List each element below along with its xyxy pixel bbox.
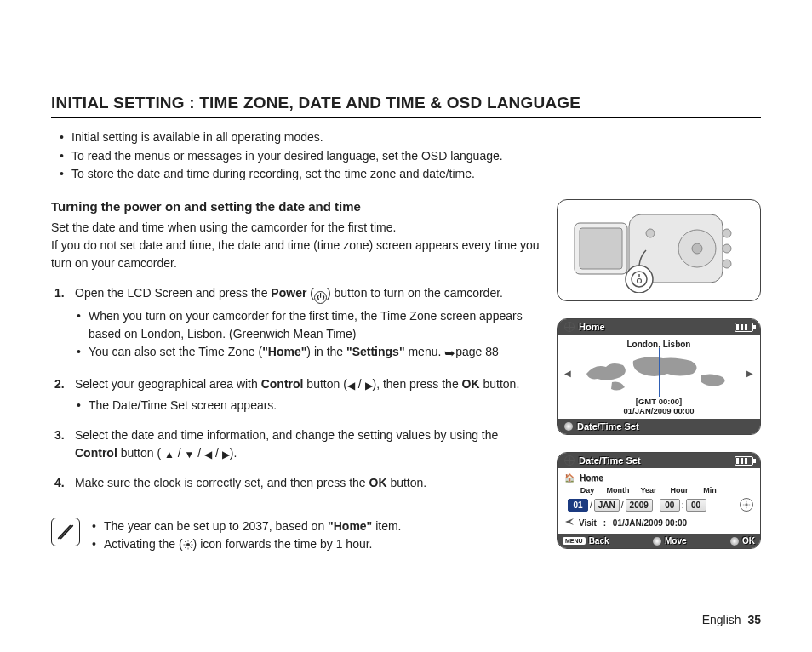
text: / bbox=[212, 446, 222, 460]
text: ) icon forwards the time by 1 hour. bbox=[193, 537, 373, 551]
footer-lang: English bbox=[702, 613, 741, 626]
nav-right-icon[interactable]: ▶ bbox=[746, 369, 753, 378]
sep: : bbox=[682, 500, 684, 510]
text: item. bbox=[372, 519, 401, 533]
sep: / bbox=[621, 500, 624, 510]
text: Make sure the clock is correctly set, an… bbox=[75, 476, 369, 489]
text: / bbox=[174, 446, 185, 460]
hdr-hour: Hour bbox=[666, 486, 692, 495]
text: "Settings" bbox=[346, 345, 405, 358]
date-label: 01/JAN/2009 00:00 bbox=[564, 406, 753, 415]
timezone-screen: Home London, Lisbon ◀ bbox=[557, 318, 761, 435]
val-year[interactable]: 2009 bbox=[626, 499, 653, 512]
step-2: Select your geographical area with Contr… bbox=[51, 375, 540, 415]
text: button. bbox=[387, 476, 427, 489]
page-footer: English_35 bbox=[702, 613, 761, 626]
camcorder-illustration bbox=[557, 199, 761, 301]
battery-icon bbox=[735, 456, 753, 466]
screen-title: Home bbox=[579, 322, 605, 332]
gmt-label: [GMT 00:00] bbox=[564, 397, 753, 406]
page-ref: page 88 bbox=[455, 345, 499, 358]
text: button ( bbox=[117, 446, 164, 460]
datetime-screen: Date/Time Set 🏠 Home Day Month Year Hour… bbox=[557, 452, 761, 549]
page-ref-arrow-icon: ➥ bbox=[444, 346, 455, 360]
menu-chip-icon[interactable]: MENU bbox=[563, 537, 586, 545]
step-4: Make sure the clock is correctly set, an… bbox=[51, 474, 540, 492]
text: If you do not set date and time, the dat… bbox=[51, 238, 540, 270]
sub-item: You can also set the Time Zone ("Home") … bbox=[75, 343, 540, 363]
hdr-month: Month bbox=[605, 486, 631, 495]
globe-icon bbox=[564, 322, 575, 332]
val-month[interactable]: JAN bbox=[594, 499, 620, 512]
text: Select your geographical area with bbox=[75, 377, 261, 391]
page-title: INITIAL SETTING : TIME ZONE, DATE AND TI… bbox=[51, 94, 761, 118]
battery-icon bbox=[735, 323, 753, 332]
sub-item: The Date/Time Set screen appears. bbox=[75, 397, 540, 415]
svg-point-0 bbox=[186, 543, 190, 546]
text: ) button to turn on the camcorder. bbox=[327, 286, 503, 300]
dst-toggle-icon[interactable] bbox=[740, 498, 753, 512]
text: menu. bbox=[405, 345, 445, 358]
note-item: The year can be set up to 2037, based on… bbox=[90, 518, 401, 535]
step-1: Open the LCD Screen and press the Power … bbox=[51, 284, 540, 363]
val-hour[interactable]: 00 bbox=[660, 499, 680, 512]
text: You can also set the Time Zone ( bbox=[89, 345, 262, 358]
screen-footer-label: Date/Time Set bbox=[577, 421, 639, 432]
sub-item: When you turn on your camcorder for the … bbox=[75, 307, 540, 343]
globe-icon bbox=[564, 455, 575, 466]
note-block: The year can be set up to 2037, based on… bbox=[51, 518, 540, 553]
svg-point-17 bbox=[646, 229, 655, 237]
down-arrow-icon: ▼ bbox=[185, 447, 195, 462]
home-label: Home bbox=[580, 473, 603, 483]
intro-item: Initial setting is available in all oper… bbox=[51, 129, 761, 147]
intro-list: Initial setting is available in all oper… bbox=[51, 129, 761, 184]
sep: / bbox=[590, 500, 592, 510]
move-dot-icon bbox=[653, 537, 661, 546]
home-icon: 🏠 bbox=[564, 473, 575, 483]
text: Select the date and time information, an… bbox=[75, 428, 498, 442]
visit-value: 01/JAN/2009 00:00 bbox=[613, 518, 687, 528]
text: button ( bbox=[303, 377, 346, 391]
text: / bbox=[194, 446, 204, 460]
step-3: Select the date and time information, an… bbox=[51, 426, 540, 462]
paragraph: Set the date and time when using the cam… bbox=[51, 219, 540, 272]
intro-item: To read the menus or messages in your de… bbox=[51, 147, 761, 166]
text: ) in the bbox=[306, 345, 346, 358]
text: ). bbox=[230, 446, 237, 460]
text: Control bbox=[75, 446, 117, 460]
hdr-day: Day bbox=[575, 486, 600, 495]
up-arrow-icon: ▲ bbox=[164, 447, 174, 462]
screen-title: Date/Time Set bbox=[579, 455, 641, 466]
text: ( bbox=[306, 286, 314, 300]
visit-label: Visit bbox=[579, 518, 597, 528]
val-day[interactable]: 01 bbox=[568, 499, 588, 512]
text: The year can be set up to 2037, based on bbox=[104, 519, 328, 533]
svg-line-7 bbox=[185, 546, 186, 548]
footer-page: 35 bbox=[747, 613, 761, 626]
date-header-row: Day Month Year Hour Min bbox=[575, 486, 753, 495]
ok-label: OK bbox=[742, 536, 755, 546]
left-arrow-icon: ◀ bbox=[204, 447, 212, 462]
text: / bbox=[355, 377, 365, 391]
svg-line-5 bbox=[185, 541, 186, 543]
dst-sun-icon bbox=[183, 537, 193, 551]
visit-row: Visit : 01/JAN/2009 00:00 bbox=[564, 517, 753, 529]
svg-line-8 bbox=[190, 541, 192, 543]
svg-line-6 bbox=[190, 546, 192, 548]
text: Control bbox=[261, 377, 304, 391]
plane-icon bbox=[564, 517, 575, 529]
ok-dot-icon bbox=[730, 537, 739, 546]
text: OK bbox=[369, 476, 387, 489]
move-label: Move bbox=[665, 536, 687, 546]
colon: : bbox=[601, 518, 609, 528]
svg-point-15 bbox=[723, 244, 731, 253]
text: ), then press the bbox=[373, 377, 462, 391]
text: "Home" bbox=[328, 519, 372, 533]
text: Set the date and time when using the cam… bbox=[51, 220, 396, 234]
svg-point-16 bbox=[723, 260, 731, 268]
svg-rect-10 bbox=[580, 228, 622, 269]
text: "Home" bbox=[262, 345, 306, 358]
val-min[interactable]: 00 bbox=[686, 499, 706, 512]
nav-left-icon[interactable]: ◀ bbox=[564, 369, 571, 378]
text: OK bbox=[462, 377, 480, 391]
